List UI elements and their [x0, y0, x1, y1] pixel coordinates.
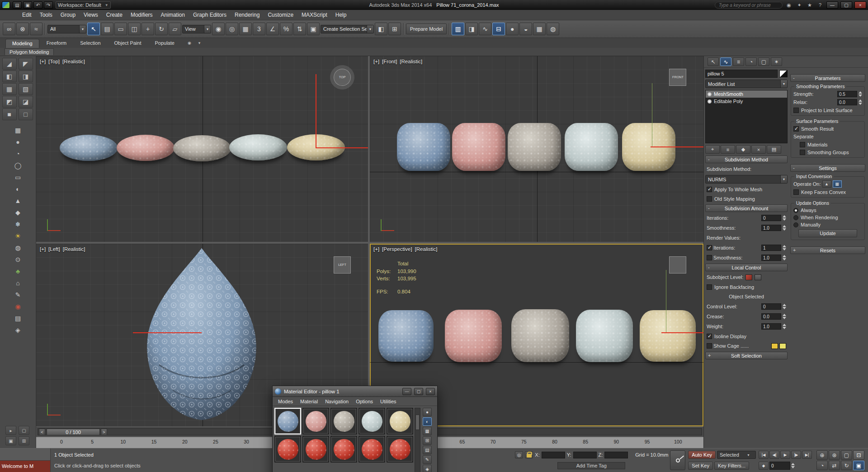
material-editor-menu-item[interactable]: Utilities	[377, 398, 400, 405]
operate-on-mesh-icon[interactable]: ▲	[822, 180, 831, 188]
slots-scrollbar[interactable]	[415, 408, 420, 472]
control-level-input[interactable]: 0	[761, 303, 781, 310]
listener-line[interactable]: Welcome to M	[0, 461, 50, 472]
material-slot-pillow-2[interactable]	[302, 408, 329, 434]
render-smoothness-input[interactable]: 1.0	[761, 255, 781, 261]
tab-modify[interactable]: ∿	[720, 57, 731, 66]
subdivision-method-dropdown[interactable]: NURMS▼	[705, 175, 788, 184]
make-unique-button[interactable]: ◆	[736, 145, 750, 154]
ribbon-tab[interactable]: Modeling	[5, 39, 39, 48]
create-capsule-icon[interactable]: ◉	[11, 301, 25, 312]
rail-tool-icon[interactable]: ▢	[19, 426, 29, 435]
render-production-icon[interactable]: ◍	[547, 23, 559, 35]
material-slot-pillow-5[interactable]	[387, 408, 413, 434]
separate-smoothing-groups-checkbox[interactable]: Smoothing Groups	[798, 148, 863, 156]
material-slot-red[interactable]	[330, 436, 357, 463]
relax-input[interactable]: 0.0	[837, 99, 857, 105]
frame-spinner[interactable]	[791, 462, 795, 470]
subobject-edge-icon[interactable]	[755, 274, 761, 280]
close-button[interactable]: ×	[854, 1, 866, 9]
render-smoothness-spinner[interactable]	[783, 255, 786, 260]
material-slot-red[interactable]	[274, 436, 301, 463]
graphite-tool-icon[interactable]: ■	[2, 109, 17, 120]
undo-icon[interactable]: ↶	[33, 1, 42, 9]
smoothness-spinner[interactable]	[783, 225, 786, 231]
transform-gizmo-x[interactable]	[316, 147, 368, 148]
iterations-spinner[interactable]	[783, 215, 786, 221]
transform-gizmo-y[interactable]	[666, 270, 666, 332]
create-tube-icon[interactable]: ◍	[11, 242, 25, 253]
ribbon-minimize-icon[interactable]: ▾	[195, 39, 203, 47]
viewcube[interactable]: LEFT	[334, 256, 351, 274]
rollout-subdivision-method[interactable]: -Subdivision Method	[705, 156, 788, 163]
modifier-list-dropdown[interactable]: Modifier List▼	[705, 80, 788, 88]
viewport-menu-general[interactable]: [+]	[373, 246, 379, 252]
tab-display[interactable]: ▢	[758, 57, 769, 66]
material-slot-red[interactable]	[387, 436, 413, 463]
pillow-object[interactable]	[229, 134, 287, 160]
ribbon-config-icon[interactable]: ◉	[185, 39, 193, 47]
ribbon-tab[interactable]: Selection	[74, 39, 107, 48]
background-icon[interactable]: ▦	[423, 427, 432, 435]
zoom-icon[interactable]: ⊕	[816, 450, 828, 460]
material-slot-pillow-3[interactable]	[330, 408, 357, 434]
graphite-tool-icon[interactable]: ◨	[19, 71, 33, 82]
modifier-enable-icon[interactable]	[708, 92, 712, 96]
material-slot-red[interactable]	[302, 436, 329, 463]
transform-gizmo-x[interactable]	[133, 332, 202, 333]
macro-recorder-line[interactable]	[0, 448, 50, 461]
create-pyramid-icon[interactable]: ◆	[11, 207, 25, 218]
smoothness-input[interactable]: 1.0	[761, 225, 781, 231]
snaps-toggle-icon[interactable]: 3	[253, 23, 265, 35]
create-stairs-icon[interactable]: ▤	[11, 313, 25, 324]
current-frame-input[interactable]	[769, 462, 790, 470]
viewport-menu-shading[interactable]: [Realistic]	[415, 246, 438, 252]
schematic-view-icon[interactable]: ⊟	[492, 23, 505, 35]
transform-gizmo-y[interactable]	[316, 74, 316, 148]
tab-create[interactable]: ↖	[708, 57, 719, 66]
orbit-icon[interactable]: ↻	[841, 461, 852, 470]
graphite-ribbon-toggle-icon[interactable]: ◨	[465, 23, 478, 35]
tab-hierarchy[interactable]: ≡	[733, 57, 744, 66]
workspace-dropdown[interactable]: Workspace: Default▼	[56, 1, 111, 9]
material-editor-icon[interactable]: ●	[506, 23, 519, 35]
modifier-enable-icon[interactable]	[708, 99, 712, 104]
search-icon[interactable]	[785, 1, 793, 9]
strength-input[interactable]: 0.5	[837, 91, 857, 97]
viewcube[interactable]: FRONT	[669, 69, 686, 86]
rollout-settings[interactable]: -Settings	[790, 164, 865, 172]
ignore-backfacing-checkbox[interactable]: Ignore Backfacing	[705, 283, 788, 291]
pillow-object[interactable]	[378, 310, 434, 362]
subobject-vertex-icon[interactable]	[745, 274, 752, 280]
use-pivot-point-center-icon[interactable]: ◉	[212, 23, 225, 35]
material-editor-menu-item[interactable]: Navigation	[321, 398, 352, 405]
previous-frame-button[interactable]: ◀|	[769, 451, 779, 459]
menu-item[interactable]: Animation	[157, 10, 189, 19]
viewcube[interactable]: TOP	[334, 69, 351, 86]
update-when-rendering-radio[interactable]: When Rendering	[792, 214, 863, 221]
menu-item[interactable]: Create	[102, 10, 127, 19]
play-animation-button[interactable]: ▶	[780, 451, 790, 459]
select-by-name-icon[interactable]: ▤	[101, 23, 113, 35]
pillow-object[interactable]	[576, 310, 633, 362]
x-coordinate-input[interactable]	[542, 452, 565, 458]
render-iterations-checkbox[interactable]	[707, 245, 712, 250]
help-icon[interactable]	[816, 1, 824, 9]
minimize-button[interactable]: —	[402, 388, 411, 395]
window-crossing-icon[interactable]: ◫	[128, 23, 141, 35]
graphite-tool-icon[interactable]: ◧	[2, 71, 17, 82]
isoline-display-checkbox[interactable]: Isoline Display	[705, 332, 788, 340]
show-end-result-button[interactable]: ≡	[721, 145, 735, 154]
spline-tool-icon[interactable]: ✎	[11, 289, 25, 300]
rail-tool-icon[interactable]: ⊞	[19, 436, 29, 445]
modifier-stack-row[interactable]: Editable Poly	[706, 98, 787, 105]
pillow-object[interactable]	[397, 123, 450, 171]
smooth-result-checkbox[interactable]: Smooth Result	[792, 125, 863, 132]
scrollbar-thumb[interactable]	[415, 415, 420, 430]
iterations-input[interactable]: 0	[761, 215, 781, 221]
redo-icon[interactable]: ↷	[44, 1, 53, 9]
set-keys-button[interactable]	[670, 450, 685, 470]
render-smoothness-checkbox[interactable]	[707, 255, 712, 260]
rollout-local-control[interactable]: -Local Control	[705, 264, 788, 271]
rail-expand-icon[interactable]: ▸	[5, 426, 16, 435]
